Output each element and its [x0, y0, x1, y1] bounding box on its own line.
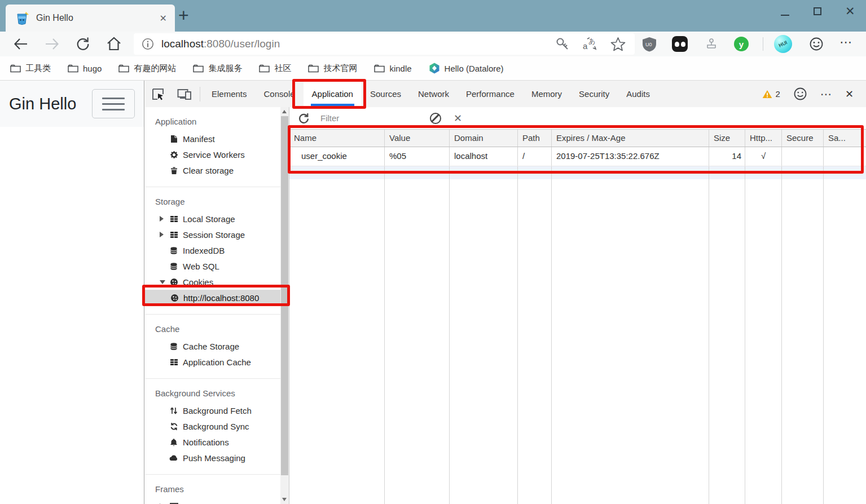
extension-icon[interactable]	[672, 36, 688, 52]
devtools-feedback-icon[interactable]	[793, 87, 807, 101]
column-header-name[interactable]: Name	[289, 130, 385, 147]
sidebar-item-background-fetch[interactable]: Background Fetch	[145, 403, 289, 418]
bookmark-folder[interactable]: kindle	[374, 64, 411, 73]
site-info-icon[interactable]	[142, 38, 154, 50]
warning-count: 2	[776, 89, 780, 99]
sidebar-item-cookie-origin[interactable]: http://localhost:8080	[145, 290, 280, 306]
section-title: Storage	[145, 194, 289, 209]
scroll-up-icon[interactable]	[282, 110, 287, 113]
column-header-domain[interactable]: Domain	[450, 130, 518, 147]
favorite-star-icon[interactable]	[610, 37, 626, 52]
sidebar-item-notifications[interactable]: Notifications	[145, 434, 289, 450]
back-icon[interactable]	[14, 37, 28, 51]
sidebar-section-background-services: Background Services Background Fetch	[145, 379, 289, 475]
tab-sources[interactable]: Sources	[362, 81, 410, 107]
column-header-path[interactable]: Path	[518, 130, 552, 147]
scrollbar-thumb[interactable]	[281, 116, 288, 475]
url-host: localhost	[161, 38, 204, 50]
sidebar-item-web-sql[interactable]: Web SQL	[145, 258, 289, 274]
cookie-row[interactable]: user_cookie %05 localhost / 2019-07-25T1…	[289, 147, 866, 166]
devtools-more-icon[interactable]: ⋯	[820, 87, 832, 101]
ublock-extension-icon[interactable]: U0	[642, 37, 657, 52]
sidebar-scrollbar[interactable]	[280, 107, 289, 504]
tab-security[interactable]: Security	[570, 81, 618, 107]
tab-application[interactable]: Application	[304, 81, 362, 107]
bookmark-folder[interactable]: 技术官网	[308, 63, 357, 74]
bookmark-datalore[interactable]: Hello (Datalore)	[429, 63, 504, 74]
device-toolbar-icon[interactable]	[171, 88, 198, 100]
sidebar-item-cookies[interactable]: Cookies	[145, 274, 289, 290]
sidebar-item-application-cache[interactable]: Application Cache	[145, 354, 289, 370]
window-close-button[interactable]: ✕	[845, 5, 855, 18]
column-header-size[interactable]: Size	[709, 130, 745, 147]
new-tab-button[interactable]: +	[178, 6, 189, 25]
bookmark-folder[interactable]: 有趣的网站	[118, 63, 176, 74]
sidebar-item-background-sync[interactable]: Background Sync	[145, 418, 289, 434]
folder-icon	[193, 64, 204, 73]
cloud-icon	[169, 453, 178, 462]
sidebar-item-cache-storage[interactable]: Cache Storage	[145, 338, 289, 354]
maximize-button[interactable]	[814, 7, 821, 15]
sidebar-item-session-storage[interactable]: Session Storage	[145, 227, 289, 242]
address-bar[interactable]: localhost:8080/user/login a あ	[134, 33, 635, 55]
sidebar-item-service-workers[interactable]: Service Workers	[145, 147, 289, 162]
expand-icon[interactable]	[160, 232, 164, 237]
bookmark-folder[interactable]: 社区	[259, 63, 291, 74]
column-header-value[interactable]: Value	[385, 130, 450, 147]
column-header-expires[interactable]: Expires / Max-Age	[552, 130, 709, 147]
table-icon	[169, 357, 178, 366]
up-down-arrows-icon	[169, 406, 178, 415]
tab-network[interactable]: Network	[410, 81, 458, 107]
datalore-icon	[429, 63, 440, 74]
console-warnings-button[interactable]: 2	[762, 89, 780, 99]
gin-favicon-icon	[15, 11, 29, 25]
sidebar-item-clear-storage[interactable]: Clear storage	[145, 162, 289, 178]
translate-icon[interactable]: a あ	[582, 37, 598, 51]
refresh-cookies-icon[interactable]	[297, 112, 310, 125]
tab-performance[interactable]: Performance	[458, 81, 523, 107]
collapse-icon[interactable]	[160, 280, 165, 284]
tab-close-icon[interactable]: ✕	[160, 13, 167, 24]
sidebar-item-frame-top[interactable]: top	[145, 498, 289, 504]
browser-tab[interactable]: Gin Hello ✕	[6, 5, 175, 32]
inspect-element-icon[interactable]	[145, 87, 171, 101]
key-icon[interactable]	[555, 37, 570, 51]
home-icon[interactable]	[106, 36, 122, 52]
navbar-toggler-button[interactable]	[92, 89, 135, 118]
green-badge-extension-icon[interactable]: y	[734, 37, 749, 51]
devtools-close-icon[interactable]: ✕	[845, 88, 854, 100]
sidebar-item-indexeddb[interactable]: IndexedDB	[145, 242, 289, 258]
bookmark-folder[interactable]: hugo	[68, 64, 102, 73]
sidebar-item-manifest[interactable]: Manifest	[145, 131, 289, 147]
tab-memory[interactable]: Memory	[523, 81, 570, 107]
bookmark-folder[interactable]: 工具类	[10, 63, 51, 74]
delete-selected-icon[interactable]: ✕	[454, 112, 462, 125]
sitemap-icon[interactable]	[705, 38, 718, 50]
column-header-secure[interactable]: Secure	[782, 130, 824, 147]
tab-console[interactable]: Console	[256, 81, 304, 107]
expand-icon[interactable]	[160, 216, 164, 222]
url-path: :8080/user/login	[204, 38, 280, 50]
sidebar-item-push-messaging[interactable]: Push Messaging	[145, 450, 289, 466]
column-header-httponly[interactable]: Http...	[745, 130, 782, 147]
application-sidebar: Application Manifest Service Worker	[145, 107, 289, 504]
toolbar-divider	[763, 37, 763, 51]
refresh-icon[interactable]	[75, 36, 91, 52]
section-title: Background Services	[145, 386, 289, 400]
minimize-button[interactable]	[781, 15, 789, 16]
settings-more-icon[interactable]: ⋯	[839, 35, 852, 50]
folder-icon	[118, 64, 129, 73]
bookmark-folder[interactable]: 集成服务	[193, 63, 242, 74]
forward-icon[interactable]	[45, 37, 59, 51]
cookies-filter-input[interactable]	[320, 113, 416, 123]
profile-avatar[interactable]: HUI	[774, 35, 792, 53]
tab-elements[interactable]: Elements	[203, 81, 256, 107]
devtools-body: Application Manifest Service Worker	[145, 107, 866, 504]
column-header-samesite[interactable]: Sa...	[824, 130, 866, 147]
scroll-down-icon[interactable]	[282, 498, 287, 501]
page-brand: Gin Hello	[9, 95, 76, 113]
sidebar-item-local-storage[interactable]: Local Storage	[145, 211, 289, 227]
feedback-smiley-icon[interactable]	[809, 37, 824, 51]
tab-audits[interactable]: Audits	[618, 81, 658, 107]
clear-all-cookies-icon[interactable]	[430, 113, 441, 124]
